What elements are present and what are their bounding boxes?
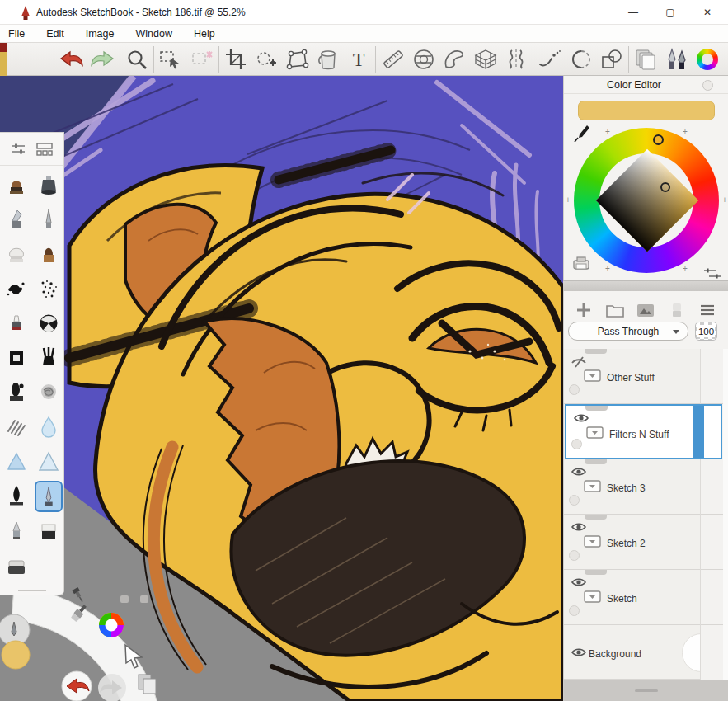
brush-scatter-spray[interactable] [35, 273, 63, 304]
layer-visible-icon[interactable] [571, 466, 587, 478]
layer-name: Filters N Stuff [609, 429, 669, 440]
layer-radio[interactable] [569, 605, 580, 616]
ellipse-guide-icon[interactable] [410, 45, 438, 73]
layer-hidden-icon[interactable] [571, 355, 587, 369]
brush-water-drop[interactable] [35, 412, 63, 443]
hue-marker[interactable] [653, 134, 664, 145]
import-image-icon[interactable] [636, 300, 655, 320]
layer-row-background[interactable]: Background [564, 625, 700, 680]
redo-icon[interactable] [88, 45, 116, 73]
selection-tool-icon[interactable] [157, 45, 185, 73]
layer-row-sketch-3[interactable]: Sketch 3 [564, 459, 700, 515]
menu-file[interactable]: File [7, 28, 26, 40]
group-folder-icon[interactable] [584, 590, 601, 603]
maximize-button[interactable]: ▢ [658, 3, 683, 21]
group-folder-icon[interactable] [586, 426, 604, 439]
symmetry-icon[interactable] [502, 45, 530, 73]
palette-drag-handle[interactable] [18, 590, 46, 591]
shapes-tool-icon[interactable] [598, 45, 626, 73]
close-button[interactable]: ✕ [695, 3, 720, 21]
brush-ball[interactable] [35, 308, 63, 339]
brush-library-icon[interactable] [663, 45, 691, 73]
brush-calligraphy-pen[interactable] [2, 377, 31, 408]
palette-foot [140, 595, 148, 603]
undo-icon[interactable] [58, 45, 86, 73]
transform-icon[interactable] [284, 45, 312, 73]
perspective-icon[interactable] [472, 45, 500, 73]
mini-sliders-icon[interactable] [702, 267, 722, 280]
group-folder-icon[interactable] [584, 534, 601, 548]
brush-felt-marker[interactable] [2, 308, 31, 339]
layer-menu-icon[interactable] [697, 300, 717, 320]
lagoon-colorwheel-icon[interactable] [99, 613, 124, 637]
layer-row-sketch-2[interactable]: Sketch 2 [564, 515, 700, 570]
brush-block-eraser[interactable] [2, 550, 31, 581]
brush-airbrush[interactable] [35, 169, 63, 200]
menu-window[interactable]: Window [134, 28, 173, 40]
zoom-tool-icon[interactable] [123, 45, 151, 73]
add-layer-icon[interactable] [574, 300, 594, 320]
brush-hard-triangle[interactable] [35, 446, 63, 478]
brush-splatter[interactable] [2, 273, 31, 304]
color-library-icon[interactable] [572, 254, 590, 272]
blend-mode-dropdown[interactable]: Pass Through [568, 322, 688, 341]
brush-stamp[interactable] [2, 169, 31, 200]
layers-panel-resize-handle[interactable] [564, 680, 728, 701]
layer-visible-icon[interactable] [573, 412, 589, 424]
minimize-button[interactable]: — [621, 3, 646, 21]
layer-name: Background [589, 648, 641, 660]
eyedropper-icon[interactable] [572, 124, 590, 143]
layer-radio[interactable] [569, 495, 580, 506]
fill-tool-icon[interactable] [314, 45, 342, 73]
color-puck[interactable] [2, 641, 30, 669]
sv-marker[interactable] [660, 182, 670, 192]
brush-inking-needle[interactable] [35, 204, 63, 235]
current-color-swatch[interactable] [578, 101, 715, 120]
layer-radio[interactable] [571, 439, 582, 449]
text-tool-icon[interactable]: T [345, 45, 373, 73]
layer-visible-icon[interactable] [571, 521, 587, 533]
ellipse-tool-icon[interactable] [567, 45, 595, 73]
brush-set-view-icon[interactable] [35, 142, 54, 157]
layer-row-filters-n-stuff[interactable]: Filters N Stuff [565, 404, 722, 459]
brush-chisel-marker[interactable] [2, 204, 31, 235]
brush-fluffy[interactable] [2, 238, 31, 270]
group-folder-icon[interactable] [584, 369, 601, 382]
french-curve-icon[interactable] [440, 45, 468, 73]
brush-soft-triangle[interactable] [2, 446, 31, 478]
menu-help[interactable]: Help [192, 28, 217, 40]
brush-square-stamp[interactable] [2, 342, 31, 374]
steady-stroke-icon[interactable] [536, 45, 564, 73]
brush-settings-icon[interactable] [9, 142, 27, 157]
layer-row-sketch[interactable]: Sketch [564, 570, 700, 625]
brush-flame-pen[interactable] [2, 481, 31, 512]
move-tool-icon[interactable] [252, 45, 280, 73]
panel-divider[interactable] [563, 280, 728, 291]
menu-edit[interactable]: Edit [45, 28, 66, 40]
layer-name: Other Stuff [607, 372, 655, 383]
ruler-icon[interactable] [379, 45, 407, 73]
layer-visible-icon[interactable] [571, 647, 587, 658]
layer-editor-icon[interactable] [632, 45, 660, 73]
layer-radio[interactable] [569, 384, 580, 395]
brush-needle-selected[interactable] [35, 481, 63, 512]
layer-radio[interactable] [569, 550, 580, 561]
brush-pencil-tip[interactable] [2, 515, 31, 547]
brush-graphite-scribble[interactable] [35, 377, 63, 408]
clear-layer-icon[interactable] [667, 300, 687, 320]
magic-selection-icon[interactable] [188, 45, 216, 73]
color-editor-collapse-button[interactable] [702, 80, 713, 91]
crop-icon[interactable] [222, 45, 250, 73]
layer-opacity-field[interactable]: 100 [695, 322, 717, 341]
canvas-artwork[interactable] [0, 76, 563, 701]
layer-visible-icon[interactable] [571, 576, 587, 588]
menu-image[interactable]: Image [84, 28, 116, 40]
brush-wood[interactable] [35, 238, 63, 270]
group-folder-icon[interactable] [584, 479, 601, 492]
layer-row-other-stuff[interactable]: Other Stuff [564, 349, 700, 404]
brush-hatch[interactable] [2, 412, 31, 443]
brush-fork[interactable] [35, 342, 63, 374]
new-group-icon[interactable] [605, 300, 625, 320]
color-editor-icon[interactable] [693, 45, 721, 73]
brush-flat-eraser[interactable] [35, 515, 63, 547]
